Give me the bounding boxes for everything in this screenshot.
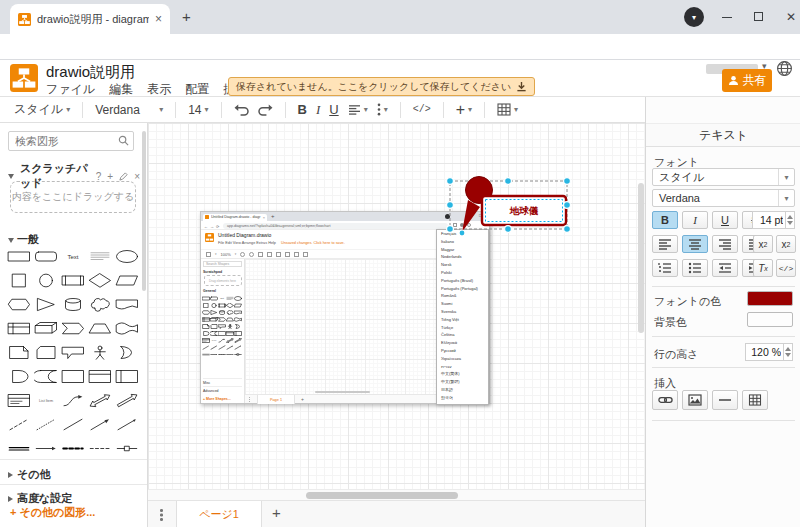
scratchpad-collapse-icon[interactable] [8,174,14,179]
shape-cube[interactable] [32,316,59,340]
shape-line[interactable] [59,412,86,436]
bold-button[interactable]: B [298,102,307,117]
insert-image-button[interactable] [682,390,708,410]
shape-thick-dashed-edge[interactable] [59,436,86,460]
add-page-button[interactable]: + [272,504,281,521]
background-color-swatch[interactable] [747,312,793,327]
shape-bidirectional-arrow[interactable] [86,388,113,412]
shape-or[interactable] [113,340,140,364]
scratchpad-edit-icon[interactable] [119,172,128,181]
document-title[interactable]: drawio説明用 [46,63,135,82]
general-collapse-icon[interactable] [8,238,14,243]
table-dropdown[interactable]: ▾ [497,103,518,116]
shape-triangle[interactable] [32,292,59,316]
embedded-screenshot-shape[interactable]: Untitled Diagram.drawio - diagr × + – □ … [200,211,490,404]
shape-vertical-container[interactable] [86,364,113,388]
window-maximize-button[interactable] [754,10,763,24]
shape-diamond[interactable] [86,268,113,292]
shape-directional-arrow[interactable] [86,412,113,436]
save-banner-button[interactable]: 保存されていません。ここをクリックして保存してください [228,77,535,96]
shape-cylinder[interactable] [59,292,86,316]
shape-search-input[interactable] [8,131,134,151]
shape-and[interactable] [5,364,32,388]
shape-square[interactable] [5,268,32,292]
shape-step[interactable] [59,316,86,340]
tab-close-icon[interactable]: × [155,12,162,26]
font-size-dropdown[interactable]: 14▾ [188,103,208,117]
shape-callout[interactable] [59,340,86,364]
shape-tape[interactable] [113,316,140,340]
section-advanced[interactable]: 高度な設定 [8,491,72,506]
shape-arrow[interactable] [113,388,140,412]
insert-dropdown[interactable]: +▾ [456,101,472,119]
shape-parallelogram[interactable] [113,268,140,292]
shape-rounded-rectangle[interactable] [32,244,59,268]
shape-labeled-edge[interactable] [113,436,140,460]
shape-hexagon[interactable] [5,292,32,316]
scratchpad-close-icon[interactable]: × [134,171,140,182]
window-close-button[interactable]: ✕ [786,10,796,24]
align-right-button[interactable] [712,235,738,253]
selection-handle[interactable] [447,202,454,209]
shape-note[interactable] [5,340,32,364]
shape-dashed-line[interactable] [5,412,32,436]
underline-button[interactable]: U [329,102,338,117]
shape-rectangle[interactable] [5,244,32,268]
window-minimize-button[interactable] [722,10,732,24]
shape-data-storage[interactable] [32,364,59,388]
shape-card[interactable] [32,340,59,364]
scratchpad-help-icon[interactable]: ? [96,171,102,182]
italic-button[interactable]: I [316,102,320,118]
shape-trapezoid[interactable] [86,316,113,340]
numbered-list-button[interactable] [652,259,678,277]
undo-icon[interactable] [234,103,249,116]
menu-item-0[interactable]: ファイル [46,81,95,98]
shape-arrow-edge[interactable] [32,436,59,460]
redo-icon[interactable] [258,103,273,116]
shape-internal-storage[interactable] [5,316,32,340]
new-tab-button[interactable]: + [182,8,191,25]
canvas-horizontal-scrollbar[interactable] [148,489,645,500]
shape-curve[interactable] [59,388,86,412]
align-dropdown[interactable]: ▾ [348,104,368,115]
outdent-button[interactable] [712,259,738,277]
subscript-button[interactable]: x2 [753,235,773,253]
shape-text[interactable]: Text [59,244,86,268]
clear-formatting-button[interactable]: Tx [753,259,773,277]
font-style-dropdown[interactable]: ▾ [377,103,388,116]
browser-profile-icon[interactable]: ▾ [684,7,704,27]
section-misc[interactable]: その他 [8,467,51,482]
align-left-button[interactable] [652,235,678,253]
canvas-vertical-scrollbar[interactable] [638,183,644,333]
font-size-input[interactable] [752,211,795,229]
shape-document[interactable] [113,292,140,316]
scratchpad-add-icon[interactable]: + [107,171,113,182]
shape-actor[interactable] [86,340,113,364]
menu-item-1[interactable]: 編集 [109,81,133,98]
shape-circle[interactable] [32,268,59,292]
selection-handle[interactable] [447,178,454,185]
insert-hr-button[interactable] [712,390,738,410]
menu-item-3[interactable]: 配置 [185,81,209,98]
shape-list-item[interactable]: List Item [32,388,59,412]
align-center-button[interactable] [682,235,708,253]
shape-process[interactable] [59,268,86,292]
selection-handle[interactable] [564,226,571,233]
sidebar-scrollbar[interactable] [142,131,146,291]
style-select[interactable]: スタイル▾ [652,168,795,186]
html-edit-button[interactable]: </> [776,259,796,277]
share-button[interactable]: 共有 [722,69,772,92]
more-shapes-button[interactable]: + その他の図形... [10,505,95,520]
font-color-swatch[interactable] [747,291,793,306]
selection-handle[interactable] [564,178,571,185]
bullet-list-button[interactable] [682,259,708,277]
underline-button[interactable]: U [712,211,738,229]
line-height-input[interactable] [745,343,793,361]
browser-tab[interactable]: drawio説明用 - diagrams.net × [10,4,170,34]
shape-link[interactable] [5,436,32,460]
shape-horizontal-container[interactable] [113,364,140,388]
html-code-button[interactable]: </> [413,104,431,115]
shape-dotted-line[interactable] [32,412,59,436]
insert-link-button[interactable] [652,390,678,410]
tab-text[interactable]: テキスト [646,123,800,147]
